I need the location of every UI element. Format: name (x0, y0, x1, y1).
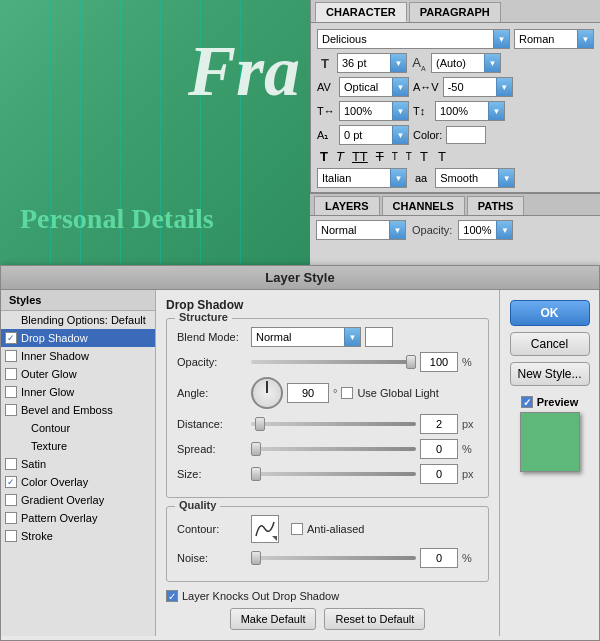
font-family-select[interactable]: Delicious ▼ (317, 29, 510, 49)
style-pattern-overlay[interactable]: Pattern Overlay (1, 509, 155, 527)
smallcaps-btn[interactable]: T (435, 149, 449, 164)
strikethrough-btn[interactable]: T (373, 149, 387, 164)
size-value[interactable]: 0 (420, 464, 458, 484)
tab-character[interactable]: CHARACTER (315, 2, 407, 22)
distance-value[interactable]: 2 (420, 414, 458, 434)
scale-h-arrow[interactable]: ▼ (392, 102, 408, 120)
distance-slider[interactable] (251, 417, 416, 431)
opacity-slider[interactable] (251, 355, 416, 369)
style-bevel-emboss[interactable]: Bevel and Emboss (1, 401, 155, 419)
opacity-label: Opacity: (412, 224, 452, 236)
knockout-checkbox[interactable]: ✓ (166, 590, 178, 602)
font-size-arrow[interactable]: ▼ (390, 54, 406, 72)
size-slider[interactable] (251, 467, 416, 481)
language-arrow[interactable]: ▼ (390, 169, 406, 187)
ok-button[interactable]: OK (510, 300, 590, 326)
style-gradient-overlay[interactable]: Gradient Overlay (1, 491, 155, 509)
style-texture[interactable]: Texture (1, 437, 155, 455)
distance-label: Distance: (177, 418, 247, 430)
style-stroke[interactable]: Stroke (1, 527, 155, 545)
inner-shadow-checkbox[interactable] (5, 350, 17, 362)
blend-mode-select[interactable]: Normal ▼ (316, 220, 406, 240)
gradient-overlay-checkbox[interactable] (5, 494, 17, 506)
font-size-select[interactable]: 36 pt ▼ (337, 53, 407, 73)
blend-mode-arrow[interactable]: ▼ (389, 221, 405, 239)
global-light-checkbox[interactable] (341, 387, 353, 399)
cancel-button[interactable]: Cancel (510, 332, 590, 356)
inner-glow-checkbox[interactable] (5, 386, 17, 398)
character-tabs: CHARACTER PARAGRAPH (311, 0, 600, 23)
style-satin[interactable]: Satin (1, 455, 155, 473)
tracking-arrow[interactable]: ▼ (496, 78, 512, 96)
scale-v-arrow[interactable]: ▼ (488, 102, 504, 120)
tab-paragraph[interactable]: PARAGRAPH (409, 2, 501, 22)
kern-row: AV Optical ▼ A↔V -50 ▼ (317, 77, 594, 97)
spread-value[interactable]: 0 (420, 439, 458, 459)
angle-wheel[interactable] (251, 377, 283, 409)
tracking-select[interactable]: -50 ▼ (443, 77, 513, 97)
blend-mode-dropdown-arrow[interactable]: ▼ (344, 328, 360, 346)
superscript-btn[interactable]: T (389, 151, 401, 162)
anti-aliased-checkbox[interactable] (291, 523, 303, 535)
blend-mode-color[interactable] (365, 327, 393, 347)
tab-channels[interactable]: CHANNELS (382, 196, 465, 215)
stroke-checkbox[interactable] (5, 530, 17, 542)
style-contour[interactable]: Contour (1, 419, 155, 437)
opacity-value[interactable]: 100 (420, 352, 458, 372)
style-inner-glow[interactable]: Inner Glow (1, 383, 155, 401)
reset-default-button[interactable]: Reset to Default (324, 608, 425, 630)
make-default-button[interactable]: Make Default (230, 608, 317, 630)
angle-value[interactable]: 90 (287, 383, 329, 403)
opacity-input[interactable]: 100% ▼ (458, 220, 513, 240)
contour-row: Contour: Anti-aliased (177, 515, 478, 543)
tab-layers[interactable]: LAYERS (314, 196, 380, 215)
opacity-arrow[interactable]: ▼ (496, 221, 512, 239)
italic-btn[interactable]: T (333, 149, 347, 164)
underline-btn[interactable]: TT (349, 149, 371, 164)
styles-header: Styles (1, 290, 155, 311)
layers-blend-row: Normal ▼ Opacity: 100% ▼ (310, 216, 600, 244)
kerning-icon: AV (317, 81, 335, 93)
leading-select[interactable]: (Auto) ▼ (431, 53, 501, 73)
color-swatch[interactable] (446, 126, 486, 144)
noise-value[interactable]: 0 (420, 548, 458, 568)
baseline-arrow[interactable]: ▼ (392, 126, 408, 144)
scale-h-input[interactable]: 100% ▼ (339, 101, 409, 121)
color-overlay-checkbox[interactable]: ✓ (5, 476, 17, 488)
pattern-overlay-checkbox[interactable] (5, 512, 17, 524)
contour-preview[interactable] (251, 515, 279, 543)
tab-paths[interactable]: PATHS (467, 196, 525, 215)
font-style-arrow[interactable]: ▼ (577, 30, 593, 48)
style-inner-shadow[interactable]: Inner Shadow (1, 347, 155, 365)
scale-v-input[interactable]: 100% ▼ (435, 101, 505, 121)
style-drop-shadow[interactable]: ✓ Drop Shadow (1, 329, 155, 347)
aa-arrow[interactable]: ▼ (498, 169, 514, 187)
bold-btn[interactable]: T (317, 149, 331, 164)
leading-arrow[interactable]: ▼ (484, 54, 500, 72)
dialog-body: Styles Blending Options: Default ✓ Drop … (1, 290, 599, 636)
drop-shadow-checkbox[interactable]: ✓ (5, 332, 17, 344)
aa-select[interactable]: Smooth ▼ (435, 168, 515, 188)
style-outer-glow[interactable]: Outer Glow (1, 365, 155, 383)
drop-shadow-blend-select[interactable]: Normal ▼ (251, 327, 361, 347)
allcaps-btn[interactable]: T (417, 149, 433, 164)
subscript-btn[interactable]: T (403, 151, 415, 162)
style-blending-options[interactable]: Blending Options: Default (1, 311, 155, 329)
style-color-overlay[interactable]: ✓ Color Overlay (1, 473, 155, 491)
font-style-select[interactable]: Roman ▼ (514, 29, 594, 49)
spread-slider[interactable] (251, 442, 416, 456)
scale-h-icon: T↔ (317, 105, 335, 117)
kerning-arrow[interactable]: ▼ (392, 78, 408, 96)
distance-row: Distance: 2 px (177, 414, 478, 434)
noise-slider[interactable] (251, 551, 416, 565)
font-family-arrow[interactable]: ▼ (493, 30, 509, 48)
baseline-input[interactable]: 0 pt ▼ (339, 125, 409, 145)
preview-checkbox[interactable]: ✓ (521, 396, 533, 408)
kerning-select[interactable]: Optical ▼ (339, 77, 409, 97)
spread-label: Spread: (177, 443, 247, 455)
satin-checkbox[interactable] (5, 458, 17, 470)
outer-glow-checkbox[interactable] (5, 368, 17, 380)
language-select[interactable]: Italian ▼ (317, 168, 407, 188)
new-style-button[interactable]: New Style... (510, 362, 590, 386)
bevel-emboss-checkbox[interactable] (5, 404, 17, 416)
